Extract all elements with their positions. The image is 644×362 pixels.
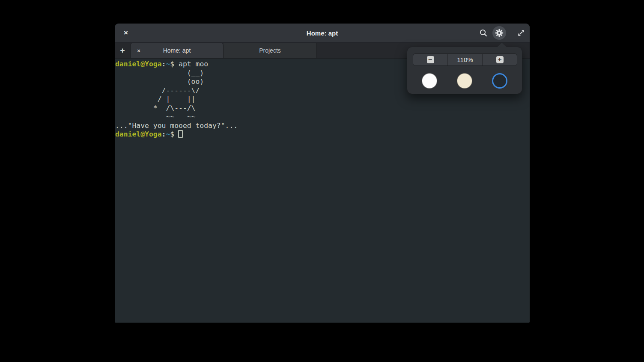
settings-button[interactable] (492, 26, 506, 40)
command-text: apt moo (174, 60, 208, 68)
prompt-path: ~ (166, 130, 170, 138)
tab-projects[interactable]: Projects (224, 43, 317, 58)
search-button[interactable] (477, 26, 490, 40)
popover-caret (497, 43, 507, 47)
tab-label: Projects (224, 47, 316, 54)
plus-icon: + (496, 56, 504, 63)
theme-dark-button[interactable] (492, 73, 507, 89)
fullscreen-button[interactable] (514, 26, 528, 40)
zoom-level-value: 110% (447, 54, 482, 65)
theme-light-button[interactable] (422, 73, 437, 89)
fullscreen-expand-icon (517, 29, 525, 37)
settings-popover: − 110% + (407, 47, 522, 94)
terminal-screen[interactable]: daniel@Yoga:~$ apt moo (__) (oo) /------… (115, 59, 530, 322)
plus-icon: + (120, 46, 125, 55)
cow-art-line: / | || (115, 95, 530, 104)
cow-art-line: ~~ ~~ (115, 113, 530, 122)
desktop-background: × Home: apt (0, 0, 644, 362)
terminal-cursor (178, 130, 183, 138)
prompt-path: ~ (166, 60, 170, 68)
zoom-control-group: − 110% + (413, 53, 517, 66)
theme-selector (422, 73, 507, 89)
tab-close-button[interactable]: × (133, 45, 144, 56)
window-title: Home: apt (115, 30, 530, 37)
header-bar: × Home: apt (115, 24, 530, 43)
zoom-out-button[interactable]: − (413, 54, 447, 65)
theme-sepia-button[interactable] (457, 73, 472, 89)
header-actions (477, 26, 528, 40)
prompt-user-host: daniel@Yoga (115, 60, 162, 68)
gear-icon (495, 28, 504, 38)
zoom-in-button[interactable]: + (482, 54, 517, 65)
minus-icon: − (427, 56, 434, 63)
window-close-button[interactable]: × (119, 26, 133, 40)
cow-art-line: * /\---/\ (115, 104, 530, 113)
prompt-user-host: daniel@Yoga (115, 130, 162, 138)
tab-close-icon: × (137, 47, 140, 54)
new-tab-button[interactable]: + (115, 43, 130, 58)
prompt-line: daniel@Yoga:~$ (115, 130, 530, 139)
tab-label: Home: apt (131, 47, 223, 54)
moo-message-line: ..."Have you mooed today?"... (115, 122, 530, 131)
close-icon: × (124, 29, 128, 37)
tab-home-apt[interactable]: × Home: apt (130, 43, 224, 58)
search-icon (479, 29, 488, 37)
